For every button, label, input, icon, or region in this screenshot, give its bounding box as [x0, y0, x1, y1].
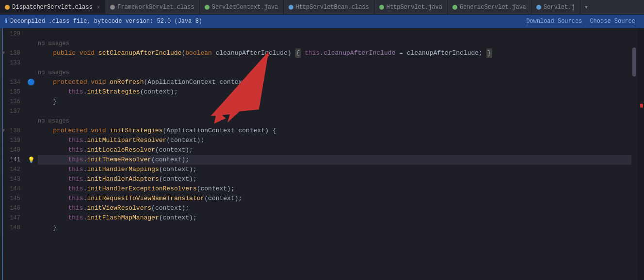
tab-servletcontext[interactable]: ServletContext.java [200, 0, 284, 14]
tab-httpservlet[interactable]: HttpServlet.java [374, 0, 448, 14]
line-num-142: 142 [3, 165, 22, 174]
info-bar: ℹ Decompiled .class file, bytecode versi… [0, 15, 644, 28]
code-line-129 [38, 29, 631, 39]
tab-close-dispatcher[interactable]: ✕ [97, 4, 100, 10]
kw-protected-134: protected [53, 78, 91, 87]
fold-arrow-130[interactable]: ▼ [2, 48, 5, 58]
gutter-icon-140 [26, 145, 36, 155]
field-cleanup: cleanupAfterInclude [323, 48, 395, 58]
block-brace-open: { [295, 48, 301, 58]
gutter-icon-134[interactable]: 🔵 [26, 78, 36, 87]
punct-130a: ( [181, 48, 185, 58]
tab-httpservletbean[interactable]: HttpServletBean.class [284, 0, 374, 14]
this-kw-147: this [68, 213, 83, 223]
line-num-140: 140 [3, 145, 22, 155]
plain-135a [38, 87, 68, 97]
method-initviewresolvers: initViewResolvers [87, 203, 151, 213]
punct-141a: . [83, 155, 87, 165]
info-left: ℹ Decompiled .class file, bytecode versi… [5, 17, 202, 25]
kw-boolean: boolean [185, 48, 215, 58]
punct-142b: (context); [159, 165, 197, 174]
tab-framework[interactable]: FrameworkServlet.class [105, 0, 199, 14]
plain-134a [38, 78, 53, 87]
code-line-144: this.initHandlerExceptionResolvers(conte… [38, 184, 631, 194]
code-line-142: this.initHandlerMappings(context); [38, 165, 631, 174]
tab-icon-servletcontext [205, 5, 209, 10]
punct-140a: . [83, 145, 87, 155]
gutter-icon-135 [26, 87, 36, 97]
code-line-146: this.initViewResolvers(context); [38, 203, 631, 213]
gutter-icon-136 [26, 97, 36, 107]
line-num-129: 129 [3, 29, 22, 39]
code-line-135: this.initStrategies(context); [38, 87, 631, 97]
tab-label-servletcontext: ServletContext.java [212, 4, 278, 11]
code-line-130: public void setCleanupAfterInclude(boole… [38, 48, 631, 58]
punct-134a: ( [144, 78, 147, 87]
method-onrefresh: onRefresh [110, 78, 144, 87]
code-line-136: } [38, 97, 631, 107]
plain-136: } [38, 97, 57, 107]
tab-dispatcher[interactable]: DispatcherServlet.class ✕ [0, 0, 105, 14]
kw-void-134: void [91, 78, 110, 87]
tab-more-button[interactable]: ▾ [580, 0, 592, 14]
code-line-no-usages-1: no usages [38, 39, 631, 48]
punct-139a: . [83, 136, 87, 145]
method-inithandlermappings: initHandlerMappings [87, 165, 159, 174]
info-icon: ℹ [5, 17, 7, 25]
tab-label-framework: FrameworkServlet.class [117, 4, 194, 11]
plain-130b: = cleanupAfterInclude; [395, 48, 486, 58]
plain-139a [38, 136, 68, 145]
code-line-140: this.initLocaleResolver(context); [38, 145, 631, 155]
gutter-icon-142 [26, 165, 36, 174]
gutter-icon-147 [26, 213, 36, 223]
tab-icon-httpservletbean [289, 5, 293, 10]
method-inithandlerexception: initHandlerExceptionResolvers [87, 184, 196, 194]
line-num-137: 137 [3, 107, 22, 116]
no-usages-label-2: no usages [38, 68, 69, 78]
choose-source-button[interactable]: Choose Source [586, 18, 639, 25]
gutter-icon-141[interactable]: 💡 [26, 155, 36, 165]
scrollbar-track[interactable] [631, 28, 637, 280]
this-kw-130: this [305, 48, 320, 58]
code-line-148: } [38, 223, 631, 233]
tab-icon-servletj [536, 5, 541, 10]
gutter-icon-137 [26, 107, 36, 116]
no-usages-label-3: no usages [38, 116, 69, 126]
tab-servletj[interactable]: Servlet.j [531, 0, 580, 14]
line-num-spacer-2: ... [3, 68, 22, 78]
icon-gutter: 🔵 💡 [26, 28, 36, 280]
kw-public-130: public [38, 48, 80, 58]
punct-134b: ) { [246, 78, 257, 87]
fold-arrow-138[interactable]: ▼ [2, 126, 5, 136]
scrollbar-thumb[interactable] [632, 47, 636, 77]
gutter-icon-129 [26, 29, 36, 39]
line-num-134: 134 [3, 78, 22, 87]
this-kw-142: this [68, 165, 83, 174]
param-ctx-134: context [220, 78, 246, 87]
tab-label-httpservletbean: HttpServletBean.class [296, 4, 369, 11]
minimap[interactable] [637, 28, 644, 280]
gutter-icon-spacer-3 [26, 116, 36, 126]
punct-140b: (context); [155, 145, 193, 155]
gutter-icon-133 [26, 58, 36, 68]
code-line-147: this.initFlashMapManager(context); [38, 213, 631, 223]
block-brace-close: } [486, 48, 492, 58]
line-num-138: ▼ 138 [3, 126, 22, 136]
download-sources-button[interactable]: Download Sources [522, 18, 586, 25]
line-numbers: 129 ... ▼ 130 133 ... 134 135 136 137 ..… [3, 28, 26, 280]
line-num-spacer-1: ... [3, 39, 22, 48]
code-line-no-usages-3: no usages [38, 116, 631, 126]
tab-genericservlet[interactable]: GenericServlet.java [448, 0, 531, 14]
plain-142a [38, 165, 68, 174]
gutter-icon-spacer-1 [26, 39, 36, 48]
gutter-icon-146 [26, 203, 36, 213]
plain-138a [38, 126, 53, 136]
gutter-icon-148 [26, 223, 36, 233]
tab-bar: DispatcherServlet.class ✕ FrameworkServl… [0, 0, 644, 15]
gutter-icon-130 [26, 48, 36, 58]
tab-label-httpservlet: HttpServlet.java [386, 4, 442, 11]
this-kw-135: this [68, 87, 83, 97]
kw-void-130: void [80, 48, 98, 58]
punct-141b: (context); [151, 155, 189, 165]
gutter-icon-144 [26, 184, 36, 194]
